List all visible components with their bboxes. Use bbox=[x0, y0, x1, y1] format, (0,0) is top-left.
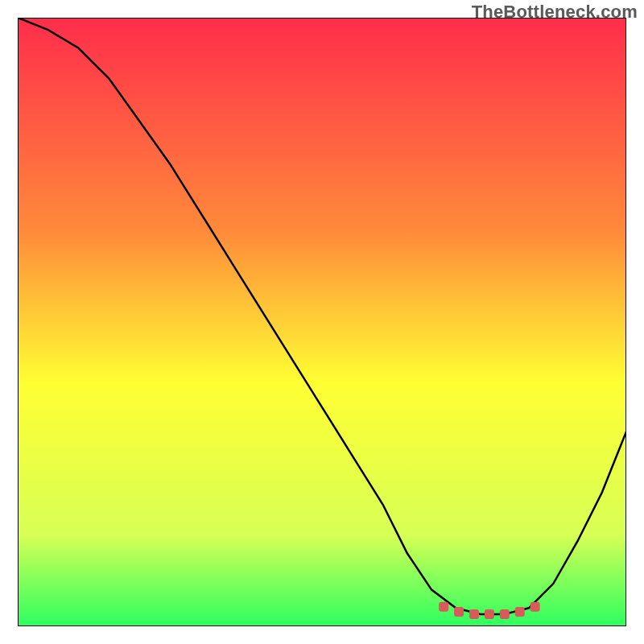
optimum-marker bbox=[469, 609, 479, 619]
optimum-marker bbox=[500, 609, 510, 619]
optimum-marker bbox=[454, 607, 464, 617]
optimum-marker bbox=[530, 602, 540, 612]
chart-area bbox=[18, 18, 626, 626]
optimum-marker bbox=[515, 607, 525, 617]
gradient-background bbox=[18, 18, 626, 626]
optimum-marker bbox=[485, 609, 494, 619]
chart-svg bbox=[18, 18, 626, 626]
optimum-marker bbox=[439, 602, 448, 612]
